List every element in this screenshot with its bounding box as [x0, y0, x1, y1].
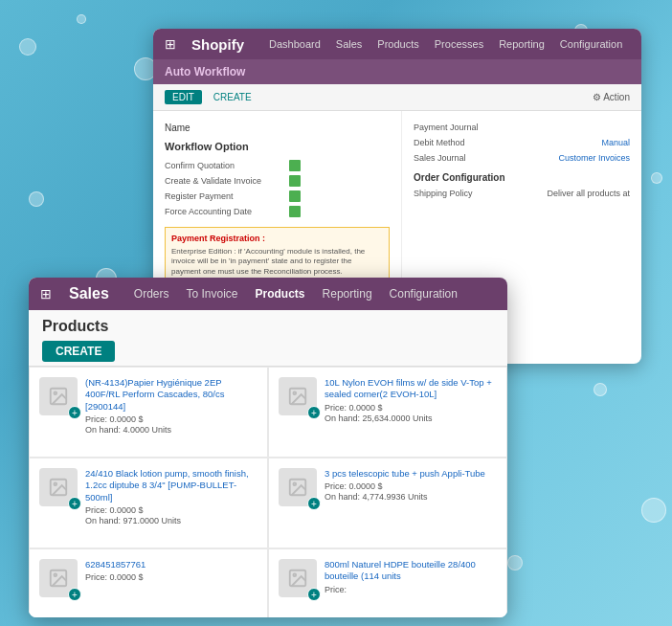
svg-point-11 — [293, 573, 296, 576]
product-thumbnail: + — [39, 559, 78, 597]
workflow-check-2 — [289, 190, 301, 202]
svg-point-3 — [293, 391, 296, 394]
shopify-subbar: Auto Workflow — [153, 59, 641, 84]
workflow-check-1 — [289, 175, 301, 187]
debit-method-label: Debit Method — [414, 138, 465, 147]
sales-nav-configuration[interactable]: Configuration — [390, 287, 458, 301]
shopify-brand: Shopify — [191, 36, 244, 53]
product-thumbnail: + — [39, 377, 78, 415]
sales-journal-value: Customer Invoices — [558, 153, 630, 163]
shipping-policy-value: Deliver all products at — [547, 189, 630, 198]
product-name[interactable]: 628451857761 — [85, 559, 258, 570]
sales-nav-orders[interactable]: Orders — [134, 287, 169, 301]
product-name[interactable]: 24/410 Black lotion pump, smooth finish,… — [85, 468, 258, 503]
product-info: 24/410 Black lotion pump, smooth finish,… — [85, 468, 258, 525]
shopify-nav-products[interactable]: Products — [377, 38, 418, 50]
sales-page-header: Products CREATE — [29, 310, 507, 367]
product-name[interactable]: 10L Nylon EVOH films w/ de side V-Top + … — [325, 377, 497, 401]
product-price: Price: 0.0000 $ — [85, 414, 258, 424]
product-info: 628451857761 Price: 0.0000 $ — [85, 559, 258, 583]
product-price: Price: 0.0000 $ — [325, 403, 497, 413]
add-product-icon[interactable]: + — [307, 588, 321, 601]
products-grid: + (NR-4134)Papier Hygiénique 2EP 400F/RL… — [29, 367, 507, 617]
sales-page-title: Products — [42, 318, 494, 335]
shopify-nav-reporting[interactable]: Reporting — [499, 38, 545, 50]
product-info: 3 pcs telescopic tube + push Appli-Tube … — [325, 468, 497, 502]
sales-topbar: ⊞ Sales Orders To Invoice Products Repor… — [29, 278, 507, 310]
product-price: Price: — [325, 585, 497, 594]
svg-point-1 — [54, 391, 56, 394]
add-product-icon[interactable]: + — [68, 406, 81, 419]
product-info: 800ml Naturel HDPE bouteille 28/400 bout… — [325, 559, 497, 595]
svg-point-9 — [54, 573, 56, 576]
name-field-label: Name — [165, 123, 390, 133]
action-button[interactable]: ⚙ Action — [593, 92, 630, 102]
grid-icon: ⊞ — [165, 36, 176, 52]
sales-nav-reporting[interactable]: Reporting — [323, 287, 372, 301]
product-card[interactable]: + 24/410 Black lotion pump, smooth finis… — [29, 458, 268, 548]
product-price: Price: 0.0000 $ — [85, 505, 258, 515]
shopify-topbar: ⊞ Shopify Dashboard Sales Products Proce… — [153, 29, 641, 59]
product-thumbnail: + — [279, 468, 317, 506]
shopify-page-title: Auto Workflow — [165, 65, 245, 78]
product-stock: On hand: 971.0000 Units — [85, 516, 258, 525]
payment-journal-label: Payment Journal — [414, 123, 479, 132]
product-info: (NR-4134)Papier Hygiénique 2EP 400F/RL P… — [85, 377, 258, 435]
product-name[interactable]: 3 pcs telescopic tube + push Appli-Tube — [325, 468, 497, 480]
shopify-nav-dashboard[interactable]: Dashboard — [269, 38, 321, 50]
workflow-row-2: Register Payment — [165, 190, 390, 202]
workflow-label-0: Confirm Quotation — [165, 161, 289, 170]
product-card[interactable]: + (NR-4134)Papier Hygiénique 2EP 400F/RL… — [29, 367, 268, 458]
workflow-check-0 — [289, 160, 301, 171]
workflow-option-title: Workflow Option — [165, 141, 390, 152]
product-card[interactable]: + 10L Nylon EVOH films w/ de side V-Top … — [268, 367, 507, 458]
product-info: 10L Nylon EVOH films w/ de side V-Top + … — [325, 377, 497, 423]
shopify-nav-processes[interactable]: Processes — [435, 38, 483, 50]
sales-journal-label: Sales Journal — [414, 153, 466, 163]
payment-reg-text: Enterprise Edition : if 'Accounting' mod… — [171, 247, 383, 277]
product-thumbnail: + — [39, 468, 78, 506]
product-stock: On hand: 25,634.0000 Units — [325, 414, 497, 423]
product-price: Price: 0.0000 $ — [325, 481, 497, 491]
shipping-policy-label: Shipping Policy — [414, 189, 473, 198]
product-card[interactable]: + 628451857761 Price: 0.0000 $ — [29, 548, 268, 617]
product-name[interactable]: (NR-4134)Papier Hygiénique 2EP 400F/RL P… — [85, 377, 258, 413]
svg-point-7 — [293, 482, 296, 485]
workflow-row-0: Confirm Quotation — [165, 160, 390, 171]
sales-window: ⊞ Sales Orders To Invoice Products Repor… — [29, 278, 507, 617]
product-card[interactable]: + 800ml Naturel HDPE bouteille 28/400 bo… — [268, 548, 507, 617]
workflow-label-2: Register Payment — [165, 191, 289, 201]
shipping-policy-row: Shipping Policy Deliver all products at — [414, 189, 630, 198]
product-thumbnail: + — [279, 559, 317, 597]
create-button-sm[interactable]: CREATE — [208, 90, 258, 104]
sales-nav-products[interactable]: Products — [256, 287, 305, 301]
create-product-button[interactable]: CREATE — [42, 341, 115, 362]
add-product-icon[interactable]: + — [68, 588, 81, 601]
product-price: Price: 0.0000 $ — [85, 572, 258, 582]
sales-nav-toinvoice[interactable]: To Invoice — [187, 287, 238, 301]
edit-button[interactable]: EDIT — [165, 90, 202, 104]
shopify-toolbar: EDIT CREATE ⚙ Action — [153, 84, 641, 111]
shopify-nav-configuration[interactable]: Configuration — [560, 38, 622, 50]
order-config-title: Order Configuration — [414, 172, 630, 183]
workflow-check-3 — [289, 206, 301, 217]
product-thumbnail: + — [279, 377, 317, 415]
add-product-icon[interactable]: + — [68, 497, 81, 510]
workflow-label-3: Force Accounting Date — [165, 207, 289, 216]
product-stock: On hand: 4.0000 Units — [85, 425, 258, 435]
shopify-nav-sales[interactable]: Sales — [336, 38, 363, 50]
product-name[interactable]: 800ml Naturel HDPE bouteille 28/400 bout… — [325, 559, 497, 583]
sales-brand: Sales — [69, 285, 109, 302]
product-card[interactable]: + 3 pcs telescopic tube + push Appli-Tub… — [268, 458, 507, 548]
payment-journal-row: Payment Journal — [414, 123, 630, 132]
svg-point-5 — [54, 482, 56, 485]
sales-grid-icon: ⊞ — [40, 286, 52, 302]
workflow-row-3: Force Accounting Date — [165, 206, 390, 217]
workflow-label-1: Create & Validate Invoice — [165, 176, 289, 186]
payment-reg-title: Payment Registration : — [171, 234, 383, 243]
workflow-row-1: Create & Validate Invoice — [165, 175, 390, 187]
debit-method-value: Manual — [601, 138, 630, 147]
add-product-icon[interactable]: + — [307, 497, 321, 510]
add-product-icon[interactable]: + — [307, 406, 321, 419]
product-stock: On hand: 4,774.9936 Units — [325, 492, 497, 502]
